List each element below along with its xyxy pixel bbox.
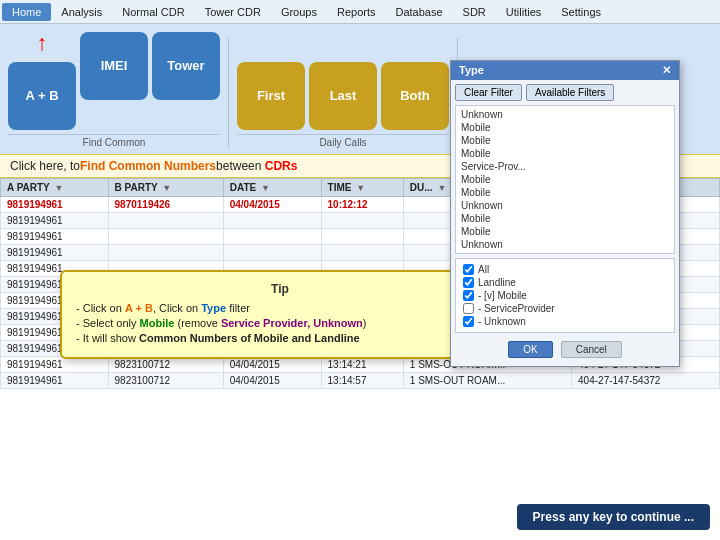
filter-item-unknown2: Unknown (458, 199, 672, 212)
checkbox-landline[interactable]: Landline (460, 276, 670, 289)
menu-utilities[interactable]: Utilities (496, 3, 551, 21)
last-button[interactable]: Last (309, 62, 377, 130)
available-filters-btn[interactable]: Available Filters (526, 84, 614, 101)
info-highlight: Find Common Numbers (80, 159, 216, 173)
filter-popup-body: Clear Filter Available Filters Unknown M… (451, 80, 679, 366)
filter-close-icon[interactable]: ✕ (662, 64, 671, 77)
daily-calls-label: Daily Calls (237, 134, 449, 148)
info-text-before: Click here, to (10, 159, 80, 173)
filter-ok-btn[interactable]: OK (508, 341, 552, 358)
first-button[interactable]: First (237, 62, 305, 130)
aplusb-group: ↑ A + B (8, 32, 76, 130)
table-row: 9819194961982310071204/04/201513:14:571 … (1, 373, 720, 389)
menu-bar: Home Analysis Normal CDR Tower CDR Group… (0, 0, 720, 24)
menu-normal-cdr[interactable]: Normal CDR (112, 3, 194, 21)
menu-reports[interactable]: Reports (327, 3, 386, 21)
clear-filter-btn[interactable]: Clear Filter (455, 84, 522, 101)
red-arrow-indicator: ↑ (37, 32, 48, 54)
col-header-time[interactable]: TIME ▼ (321, 179, 403, 197)
filter-item-unknown3: Unknown (458, 238, 672, 251)
checkbox-all[interactable]: All (460, 263, 670, 276)
filter-popup: Type ✕ Clear Filter Available Filters Un… (450, 60, 680, 367)
tooltip-line1: - Click on A + B, Click on Type filter (76, 302, 484, 314)
filter-item-mobile6: Mobile (458, 212, 672, 225)
tooltip-box: Tip - Click on A + B, Click on Type filt… (60, 270, 500, 359)
menu-groups[interactable]: Groups (271, 3, 327, 21)
checkbox-unknown[interactable]: - Unknown (460, 315, 670, 328)
col-header-aparty[interactable]: A PARTY ▼ (1, 179, 109, 197)
imei-button[interactable]: IMEI (80, 32, 148, 100)
tower-button[interactable]: Tower (152, 32, 220, 100)
daily-calls-buttons: First Last Both (237, 62, 449, 130)
filter-btn-row: Clear Filter Available Filters (455, 84, 675, 101)
both-button[interactable]: Both (381, 62, 449, 130)
tooltip-title: Tip (76, 282, 484, 296)
press-key-banner[interactable]: Press any key to continue ... (517, 504, 710, 530)
filter-item-mobile7: Mobile (458, 225, 672, 238)
menu-analysis[interactable]: Analysis (51, 3, 112, 21)
filter-item-mobile4: Mobile (458, 173, 672, 186)
filter-actions: OK Cancel (455, 337, 675, 362)
imei-group: IMEI (80, 32, 148, 130)
filter-list: Unknown Mobile Mobile Mobile Service-Pro… (455, 105, 675, 254)
menu-tower-cdr[interactable]: Tower CDR (195, 3, 271, 21)
col-header-date[interactable]: DATE ▼ (223, 179, 321, 197)
filter-item-unknown1: Unknown (458, 108, 672, 121)
info-text-middle: between (216, 159, 261, 173)
filter-popup-header: Type ✕ (451, 61, 679, 80)
filter-cancel-btn[interactable]: Cancel (561, 341, 622, 358)
filter-item-mobile2: Mobile (458, 134, 672, 147)
menu-home[interactable]: Home (2, 3, 51, 21)
menu-settings[interactable]: Settings (551, 3, 611, 21)
filter-item-mobile3: Mobile (458, 147, 672, 160)
tower-group: Tower (152, 32, 220, 130)
last-group: Last (309, 62, 377, 130)
tooltip-line3: - It will show Common Numbers of Mobile … (76, 332, 484, 344)
filter-item-mobile5: Mobile (458, 186, 672, 199)
find-common-label: Find Common (8, 134, 220, 148)
both-group: Both (381, 62, 449, 130)
col-header-bparty[interactable]: B PARTY ▼ (108, 179, 223, 197)
aplusb-button[interactable]: A + B (8, 62, 76, 130)
info-text-end: CDRs (265, 159, 298, 173)
first-group: First (237, 62, 305, 130)
menu-database[interactable]: Database (386, 3, 453, 21)
filter-item-serviceprov: Service-Prov... (458, 160, 672, 173)
menu-sdr[interactable]: SDR (453, 3, 496, 21)
tooltip-line2: - Select only Mobile (remove Service Pro… (76, 317, 484, 329)
find-common-buttons: ↑ A + B IMEI Tower (8, 32, 220, 130)
find-common-section: ↑ A + B IMEI Tower Find Common (8, 38, 229, 148)
filter-item-mobile1: Mobile (458, 121, 672, 134)
daily-calls-section: First Last Both Daily Calls (237, 38, 458, 148)
checkbox-serviceprovider[interactable]: - ServiceProvider (460, 302, 670, 315)
checkbox-mobile[interactable]: - [v] Mobile (460, 289, 670, 302)
filter-checkboxes: All Landline - [v] Mobile - ServiceProvi… (455, 258, 675, 333)
filter-popup-title: Type (459, 64, 484, 77)
